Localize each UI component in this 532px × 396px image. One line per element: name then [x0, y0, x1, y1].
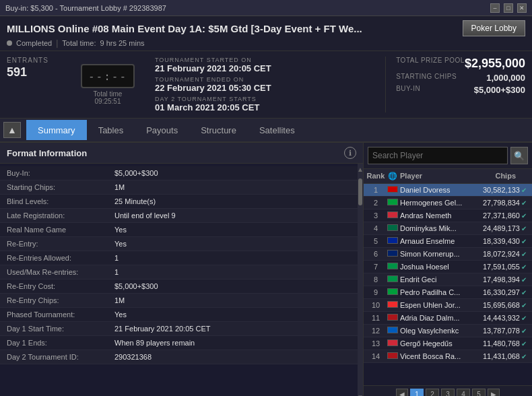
rank-cell: 13	[366, 339, 385, 348]
day2-label: DAY 2 TOURNAMENT STARTS	[155, 96, 372, 102]
table-row[interactable]: 2 Hermogenes Gel... 27,798,834✔	[364, 197, 532, 209]
tab-summary[interactable]: Summary	[26, 120, 87, 140]
player-name-cell: Joshua Hoesel	[400, 263, 479, 271]
flag-cell	[385, 352, 400, 360]
col-header-flag: 🌐	[385, 172, 400, 180]
format-val: Yes	[114, 310, 127, 319]
format-val: 1M	[114, 183, 125, 191]
check-icon: ✔	[521, 225, 527, 232]
format-val: 1	[114, 254, 119, 262]
flag-cell	[385, 275, 400, 284]
format-row: Day 1 Ends:When 89 players remain	[0, 336, 358, 350]
check-icon: ✔	[521, 238, 527, 245]
flag-icon	[387, 211, 398, 218]
tab-satellites[interactable]: Satellites	[248, 120, 306, 140]
flag-icon	[387, 352, 398, 359]
poker-lobby-button[interactable]: Poker Lobby	[463, 20, 525, 36]
next-page-button[interactable]: ▶	[488, 389, 500, 397]
page-1-button[interactable]: 1	[410, 389, 424, 397]
table-row[interactable]: 7 Joshua Hoesel 17,591,055✔	[364, 261, 532, 273]
tab-tables[interactable]: Tables	[87, 120, 135, 140]
started-date: 21 February 2021 20:05 CET	[155, 63, 372, 73]
player-name-cell: Andras Nemeth	[400, 211, 479, 220]
player-name-cell: Vicent Bosca Ra...	[400, 352, 479, 360]
format-key: Re-Entries Allowed:	[7, 254, 114, 262]
page-4-button[interactable]: 4	[457, 389, 470, 397]
table-row[interactable]: 9 Pedro Padilha C... 16,330,297✔	[364, 286, 532, 299]
format-val: Until end of level 9	[114, 211, 176, 220]
table-row[interactable]: 8 Endrit Geci 17,498,394✔	[364, 273, 532, 286]
format-row: Phased Tournament:Yes	[0, 308, 358, 322]
player-table: Rank 🌐 Player Chips 1 Daniel Dvoress 30,…	[364, 169, 532, 385]
minimize-button[interactable]: –	[490, 3, 500, 13]
table-row[interactable]: 10 Espen Uhlen Jor... 15,695,668✔	[364, 299, 532, 312]
maximize-button[interactable]: □	[504, 3, 513, 13]
search-button[interactable]: 🔍	[510, 147, 528, 164]
buy-in-label: BUY-IN	[396, 85, 420, 95]
started-label: TOURNAMENT STARTED ON	[155, 57, 372, 63]
format-val: 1	[114, 268, 119, 276]
rank-cell: 1	[366, 186, 385, 194]
prize-pool-row: TOTAL PRIZE POOL $2,955,000	[396, 57, 525, 71]
format-key: Late Registration:	[7, 211, 114, 220]
check-icon: ✔	[521, 212, 527, 220]
scroll-up-arrow[interactable]: ▲	[355, 164, 363, 175]
header: MILLIONS Online #08 Main Event Day 1A: $…	[0, 16, 532, 51]
format-key: Phased Tournament:	[7, 310, 114, 319]
chips-cell: 13,787,078✔	[479, 327, 529, 335]
format-key: Re-Entry Chips:	[7, 296, 114, 304]
scroll-down-arrow[interactable]: ▼	[355, 391, 363, 396]
format-content[interactable]: Buy-In:$5,000+$300Starting Chips:1MBlind…	[0, 164, 358, 396]
prev-page-button[interactable]: ◀	[396, 389, 408, 397]
ended-label: TOURNAMENT ENDED ON	[155, 76, 372, 83]
total-time: 9 hrs 25 mins	[100, 39, 144, 47]
right-panel: 🔍 Rank 🌐 Player Chips 1 Daniel Dvoress 3…	[364, 143, 532, 396]
table-row[interactable]: 1 Daniel Dvoress 30,582,133✔	[364, 184, 532, 197]
ended-date: 22 February 2021 05:30 CET	[155, 83, 372, 93]
table-row[interactable]: 12 Oleg Vasylchenkc 13,787,078✔	[364, 325, 532, 337]
table-row[interactable]: 4 Dominykas Mik... 24,489,173✔	[364, 222, 532, 235]
info-icon[interactable]: ℹ	[344, 147, 356, 159]
nav-tabs: ▲ Summary Tables Payouts Structure Satel…	[0, 119, 532, 143]
clock-time: 09:25:51	[95, 98, 121, 105]
day2-row: DAY 2 TOURNAMENT STARTS 01 March 2021 20…	[155, 96, 372, 112]
page-5-button[interactable]: 5	[472, 389, 486, 397]
page-3-button[interactable]: 3	[441, 389, 455, 397]
table-row[interactable]: 5 Arnaud Enselme 18,339,430✔	[364, 235, 532, 248]
format-row: Day 1 Start Time:21 February 2021 20:05 …	[0, 322, 358, 336]
format-row: Re-Entry Cost:$5,000+$300	[0, 279, 358, 294]
flag-cell	[385, 211, 400, 220]
back-button[interactable]: ▲	[3, 122, 21, 138]
chips-cell: 16,330,297✔	[479, 288, 529, 296]
day2-date: 01 March 2021 20:05 CET	[155, 102, 372, 112]
table-row[interactable]: 6 Simon Kornerup... 18,072,924✔	[364, 248, 532, 261]
table-row[interactable]: 11 Adria Diaz Dalm... 14,443,932✔	[364, 312, 532, 325]
check-icon: ✔	[521, 340, 527, 348]
header-top: MILLIONS Online #08 Main Event Day 1A: $…	[7, 20, 525, 36]
search-input[interactable]	[368, 147, 508, 164]
chips-cell: 11,480,768✔	[479, 339, 529, 348]
close-button[interactable]: ✕	[517, 3, 527, 13]
format-row: Late Registration:Until end of level 9	[0, 209, 358, 223]
player-name-cell: Pedro Padilha C...	[400, 288, 479, 296]
starting-chips-row: STARTING CHIPS 1,000,000	[396, 73, 525, 83]
chips-cell: 30,582,133✔	[479, 186, 529, 194]
format-key: Starting Chips:	[7, 183, 114, 191]
check-icon: ✔	[521, 302, 527, 309]
format-key: Day 2 Tournament ID:	[7, 353, 114, 361]
table-row[interactable]: 13 Gergő Hegedűs 11,480,768✔	[364, 337, 532, 350]
starting-chips-value: 1,000,000	[486, 73, 525, 83]
entrants-block: ENTRANTS 591	[7, 57, 61, 112]
player-name-cell: Adria Diaz Dalm...	[400, 314, 479, 322]
entrants-value: 591	[7, 65, 61, 79]
table-row[interactable]: 14 Vicent Bosca Ra... 11,431,068✔	[364, 350, 532, 363]
tab-structure[interactable]: Structure	[189, 120, 248, 140]
format-val: 290321368	[114, 353, 152, 361]
format-key: Real Name Game	[7, 226, 114, 234]
rank-cell: 9	[366, 288, 385, 296]
page-2-button[interactable]: 2	[426, 389, 439, 397]
rank-cell: 5	[366, 237, 385, 245]
scroll-thumb[interactable]	[358, 178, 362, 205]
table-row[interactable]: 3 Andras Nemeth 27,371,860✔	[364, 209, 532, 222]
tab-payouts[interactable]: Payouts	[135, 120, 189, 140]
